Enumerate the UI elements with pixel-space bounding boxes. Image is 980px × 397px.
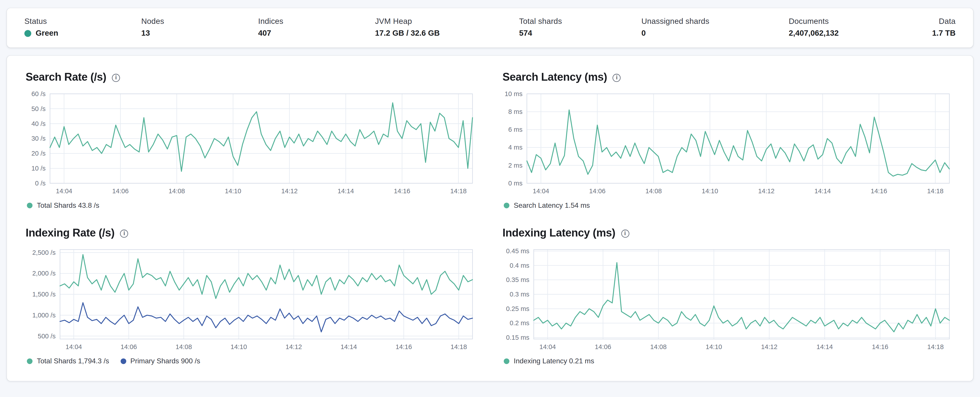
svg-text:0 ms: 0 ms <box>508 179 522 187</box>
stat-unassigned-shards-label: Unassigned shards <box>641 17 710 26</box>
stat-nodes-value: 13 <box>141 29 179 37</box>
legend-item-total-shards[interactable]: Total Shards 43.8 /s <box>27 201 99 209</box>
svg-text:2 ms: 2 ms <box>508 162 522 169</box>
search-latency-chart[interactable]: 14:0414:0614:0814:1014:1214:1414:1614:18… <box>503 89 955 197</box>
legend-dot <box>27 202 32 208</box>
stat-total-shards-value: 574 <box>519 29 562 37</box>
chart-block-indexing-rate: Indexing Rate (/s) 14:0414:0614:0814:101… <box>25 226 477 365</box>
info-icon[interactable] <box>621 230 629 238</box>
svg-text:50 /s: 50 /s <box>32 105 46 112</box>
chart-canvas: 14:0414:0614:0814:1014:1214:1414:1614:18… <box>503 245 955 353</box>
info-icon[interactable] <box>112 74 120 82</box>
stat-indices: Indices 407 <box>258 17 296 38</box>
svg-text:14:12: 14:12 <box>281 187 298 195</box>
chart-canvas: 14:0414:0614:0814:1014:1214:1414:1614:18… <box>503 89 955 197</box>
stat-status-value: Green <box>24 29 62 37</box>
svg-text:6 ms: 6 ms <box>508 126 522 133</box>
monitoring-dashboard: Status Green Nodes 13 Indices 407 JVM He… <box>0 0 980 397</box>
stat-unassigned-shards: Unassigned shards 0 <box>641 17 710 38</box>
chart-canvas: 14:0414:0614:0814:1014:1214:1414:1614:18… <box>25 245 477 353</box>
chart-title-indexing-latency: Indexing Latency (ms) <box>503 226 616 240</box>
svg-text:14:10: 14:10 <box>702 187 718 195</box>
charts-grid: Search Rate (/s) 14:0414:0614:0814:1014:… <box>25 71 955 365</box>
legend-label: Search Latency 1.54 ms <box>514 201 590 209</box>
stat-jvm-heap-label: JVM Heap <box>375 17 440 26</box>
svg-text:2,000 /s: 2,000 /s <box>32 269 56 277</box>
svg-text:0.45 ms: 0.45 ms <box>506 247 530 255</box>
svg-text:14:10: 14:10 <box>225 187 242 195</box>
svg-text:14:04: 14:04 <box>539 343 556 351</box>
svg-text:14:18: 14:18 <box>450 343 467 351</box>
stat-data-label: Data <box>918 17 956 26</box>
svg-text:14:18: 14:18 <box>927 187 943 195</box>
legend-item-primary-shards[interactable]: Primary Shards 900 /s <box>120 357 200 365</box>
indexing-rate-chart[interactable]: 14:0414:0614:0814:1014:1214:1414:1614:18… <box>25 245 477 353</box>
svg-text:14:18: 14:18 <box>927 343 944 351</box>
legend-label: Indexing Latency 0.21 ms <box>514 357 594 365</box>
svg-text:0.25 ms: 0.25 ms <box>506 305 530 312</box>
info-icon[interactable] <box>613 74 621 82</box>
legend-item-total-shards[interactable]: Total Shards 1,794.3 /s <box>27 357 109 365</box>
chart-legend: Search Latency 1.54 ms <box>503 201 955 209</box>
legend-label: Primary Shards 900 /s <box>130 357 200 365</box>
svg-text:14:06: 14:06 <box>589 187 606 195</box>
chart-header: Search Latency (ms) <box>503 71 955 84</box>
stat-status-text: Green <box>36 29 58 37</box>
legend-dot <box>504 358 509 364</box>
svg-text:10 /s: 10 /s <box>32 164 46 172</box>
health-status-dot <box>24 30 31 37</box>
cluster-overview-bar: Status Green Nodes 13 Indices 407 JVM He… <box>7 8 973 48</box>
svg-text:0.35 ms: 0.35 ms <box>506 276 530 283</box>
chart-legend: Total Shards 43.8 /s <box>25 201 477 209</box>
stat-data: Data 1.7 TB <box>918 17 956 38</box>
chart-legend: Total Shards 1,794.3 /s Primary Shards 9… <box>25 357 477 365</box>
legend-label: Total Shards 43.8 /s <box>37 201 99 209</box>
legend-dot <box>120 358 126 364</box>
svg-text:30 /s: 30 /s <box>32 135 46 142</box>
legend-dot <box>27 358 32 364</box>
chart-title-search-rate: Search Rate (/s) <box>25 71 106 84</box>
svg-text:0 /s: 0 /s <box>35 179 45 187</box>
chart-title-search-latency: Search Latency (ms) <box>503 71 607 84</box>
chart-block-search-latency: Search Latency (ms) 14:0414:0614:0814:10… <box>503 71 955 209</box>
stat-indices-value: 407 <box>258 29 296 37</box>
chart-title-indexing-rate: Indexing Rate (/s) <box>25 226 115 240</box>
svg-text:1,500 /s: 1,500 /s <box>32 290 56 298</box>
svg-text:14:08: 14:08 <box>169 187 185 195</box>
chart-block-indexing-latency: Indexing Latency (ms) 14:0414:0614:0814:… <box>503 226 955 365</box>
svg-text:2,500 /s: 2,500 /s <box>32 249 56 256</box>
svg-text:14:12: 14:12 <box>758 187 775 195</box>
chart-header: Indexing Latency (ms) <box>503 226 955 240</box>
svg-text:8 ms: 8 ms <box>508 108 522 115</box>
stat-unassigned-shards-value: 0 <box>641 29 710 37</box>
svg-text:14:12: 14:12 <box>761 343 778 351</box>
info-icon[interactable] <box>120 230 128 238</box>
svg-text:14:06: 14:06 <box>595 343 611 351</box>
stat-jvm-heap: JVM Heap 17.2 GB / 32.6 GB <box>375 17 440 38</box>
svg-text:14:10: 14:10 <box>706 343 722 351</box>
chart-block-search-rate: Search Rate (/s) 14:0414:0614:0814:1014:… <box>25 71 477 209</box>
svg-text:14:04: 14:04 <box>65 343 82 351</box>
chart-legend: Indexing Latency 0.21 ms <box>503 357 955 365</box>
svg-text:14:16: 14:16 <box>871 187 887 195</box>
svg-text:14:18: 14:18 <box>450 187 467 195</box>
svg-text:14:14: 14:14 <box>340 343 357 351</box>
svg-text:500 /s: 500 /s <box>38 332 56 340</box>
svg-text:1,000 /s: 1,000 /s <box>32 311 56 319</box>
search-rate-chart[interactable]: 14:0414:0614:0814:1014:1214:1414:1614:18… <box>25 89 477 197</box>
svg-text:0.15 ms: 0.15 ms <box>506 334 530 341</box>
svg-text:10 ms: 10 ms <box>505 90 522 97</box>
svg-text:4 ms: 4 ms <box>508 143 522 151</box>
legend-item-indexing-latency[interactable]: Indexing Latency 0.21 ms <box>504 357 594 365</box>
stat-data-value: 1.7 TB <box>918 29 956 37</box>
chart-header: Indexing Rate (/s) <box>25 226 477 240</box>
svg-text:14:06: 14:06 <box>112 187 129 195</box>
stat-total-shards: Total shards 574 <box>519 17 562 38</box>
stat-documents: Documents 2,407,062,132 <box>789 17 838 38</box>
chart-canvas: 14:0414:0614:0814:1014:1214:1414:1614:18… <box>25 89 477 197</box>
svg-text:0.3 ms: 0.3 ms <box>510 290 529 298</box>
svg-text:14:16: 14:16 <box>394 187 410 195</box>
svg-text:14:16: 14:16 <box>872 343 888 351</box>
legend-item-search-latency[interactable]: Search Latency 1.54 ms <box>504 201 590 209</box>
indexing-latency-chart[interactable]: 14:0414:0614:0814:1014:1214:1414:1614:18… <box>503 245 955 353</box>
